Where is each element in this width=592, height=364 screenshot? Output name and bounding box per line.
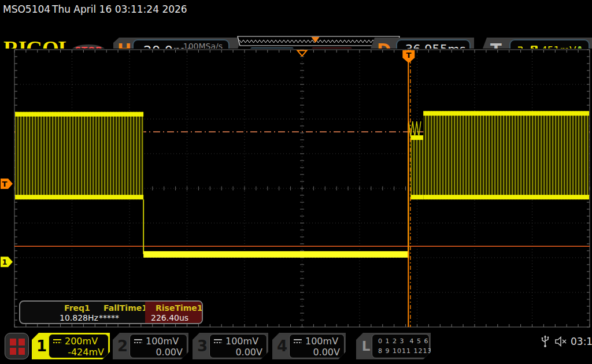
- channel-bar: 1 200mV -424mV 2 100mV 0.00V 3: [0, 330, 592, 364]
- svg-text:1: 1: [2, 258, 7, 266]
- dc-coupling-icon: [213, 339, 223, 344]
- channel-2-tab[interactable]: 2 100mV 0.00V: [113, 333, 188, 359]
- channel-1-tab[interactable]: 1 200mV -424mV: [32, 333, 110, 359]
- measurement-falltime1[interactable]: FallTime1 *****: [94, 302, 145, 323]
- measurement-freq1[interactable]: Freq1 10.828Hz: [20, 302, 94, 323]
- measurement-panel: Freq1 10.828Hz FallTime1 ***** RiseTime1…: [19, 300, 203, 324]
- waveform-display[interactable]: TT1: [0, 49, 592, 330]
- digital-channels-row2: 8 9 1011 12131415: [378, 346, 427, 356]
- status-bar: MSO5104 Thu April 16 03:11:24 2026: [0, 0, 592, 17]
- digital-channels-row1: 0 1 2 3 4 5 6 7: [378, 336, 427, 346]
- dc-coupling-icon: [134, 339, 143, 344]
- datetime: Thu April 16 03:11:24 2026: [52, 3, 187, 15]
- dc-coupling-icon: [53, 339, 62, 344]
- ch4-offset: 0.00V: [293, 347, 340, 358]
- ch4-scale: 100mV: [305, 336, 338, 347]
- usb-icon: [541, 335, 549, 348]
- measurement-risetime1-selected[interactable]: RiseTime1 226.40us: [145, 302, 203, 323]
- ch1-offset: -424mV: [53, 347, 104, 358]
- ch2-offset: 0.00V: [134, 347, 183, 358]
- channel-4-tab[interactable]: 4 100mV 0.00V: [272, 333, 346, 359]
- ch3-scale: 100mV: [225, 336, 258, 347]
- oscilloscope-screen: MSO5104 Thu April 16 03:11:24 2026 RIGOL…: [0, 0, 592, 364]
- ch2-scale: 100mV: [146, 336, 179, 347]
- ch3-offset: 0.00V: [213, 347, 262, 358]
- header: RIGOL STOP H 20.0ms 100MSa/s 20Mpts Meas…: [0, 17, 592, 49]
- svg-text:T: T: [406, 51, 411, 60]
- svg-text:T: T: [2, 180, 8, 188]
- clock: 03:10: [571, 336, 592, 347]
- ch1-scale: 200mV: [65, 336, 98, 347]
- logic-analyzer-tab[interactable]: L 0 1 2 3 4 5 6 7 8 9 1011 12131415: [356, 333, 431, 359]
- grid-icon: [10, 339, 25, 354]
- speaker-muted-icon: [555, 336, 568, 347]
- menu-grid-button[interactable]: [5, 333, 29, 359]
- model-name: MSO5104: [3, 3, 50, 15]
- channel-3-tab[interactable]: 3 100mV 0.00V: [193, 333, 268, 359]
- dc-coupling-icon: [293, 339, 302, 344]
